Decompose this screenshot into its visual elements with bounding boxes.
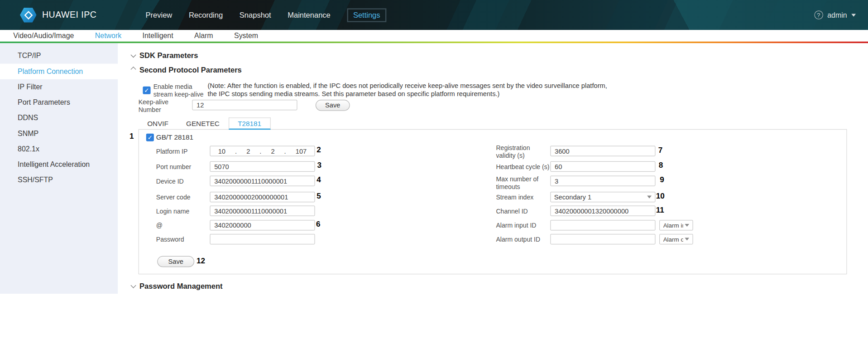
alarm-input-select[interactable]: Alarm inp [659, 220, 693, 230]
nav-item-snapshot[interactable]: Snapshot [240, 11, 271, 19]
registration-validity-label: Registration validity (s) [496, 145, 540, 160]
at-label: @ [156, 222, 163, 230]
password-input[interactable] [210, 234, 315, 244]
sidebar-item-platform-connection[interactable]: Platform Connection [0, 64, 118, 79]
tab-video-audio-image[interactable]: Video/Audio/Image [13, 32, 74, 40]
channel-id-input[interactable] [550, 206, 655, 216]
annotation-11: 11 [656, 206, 664, 215]
tab-alarm[interactable]: Alarm [194, 32, 213, 40]
port-number-input[interactable] [210, 161, 315, 172]
alarm-input-id-input[interactable] [550, 220, 655, 230]
annotation-7: 7 [658, 146, 663, 155]
tab-system[interactable]: System [234, 32, 258, 40]
ip-dot: . [259, 147, 261, 155]
chevron-down-icon [647, 196, 652, 199]
nav-item-settings[interactable]: Settings [347, 8, 386, 22]
registration-validity-input[interactable] [550, 146, 655, 156]
platform-ip-label: Platform IP [156, 148, 188, 155]
network-sidebar: TCP/IP Platform Connection IP Filter Por… [0, 43, 118, 294]
brand: HUAWEI IPC [20, 0, 96, 30]
section-title: Password Management [139, 282, 222, 290]
sidebar-item-ssh-sftp[interactable]: SSH/SFTP [0, 172, 118, 188]
alarm-input-id-label: Alarm input ID [496, 222, 536, 230]
nav-item-preview[interactable]: Preview [146, 11, 173, 19]
chevron-down-icon [685, 224, 689, 227]
stream-index-select[interactable]: Secondary 1 [550, 192, 655, 202]
platform-ip-input[interactable]: 10 . 2 . 2 . 107 [210, 146, 315, 156]
section-title: SDK Parameters [139, 51, 198, 59]
nav-item-maintenance[interactable]: Maintenance [288, 11, 331, 19]
settings-subnav: Video/Audio/Image Network Intelligent Al… [0, 30, 868, 42]
login-name-label: Login name [156, 208, 189, 215]
sidebar-item-port-parameters[interactable]: Port Parameters [0, 95, 118, 110]
tab-network[interactable]: Network [95, 32, 121, 40]
alarm-output-select[interactable]: Alarm ou [659, 234, 693, 244]
gbt28181-label: GB/T 28181 [156, 134, 193, 142]
help-icon[interactable]: ? [814, 10, 823, 19]
sidebar-item-ip-filter[interactable]: IP Filter [0, 79, 118, 95]
section-title: Second Protocol Parameters [139, 66, 242, 74]
main-content: SDK Parameters Second Protocol Parameter… [118, 43, 868, 294]
port-number-label: Port number [156, 164, 191, 171]
heartbeat-cycle-label: Heartbeat cycle (s) [496, 164, 549, 171]
chevron-down-icon[interactable] [851, 14, 856, 16]
section-password-management[interactable]: Password Management [131, 281, 223, 291]
nav-item-recording[interactable]: Recording [189, 11, 223, 19]
heartbeat-cycle-input[interactable] [550, 161, 655, 172]
at-input[interactable] [210, 220, 315, 230]
t28181-panel: ✓ GB/T 28181 Platform IP 10 . 2 . 2 . 10… [139, 129, 847, 274]
sidebar-item-snmp[interactable]: SNMP [0, 126, 118, 141]
annotation-8: 8 [659, 161, 663, 170]
server-code-label: Server code [156, 194, 191, 202]
tab-t28181[interactable]: T28181 [228, 117, 270, 130]
chevron-down-icon [685, 238, 689, 240]
keepalive-number-input[interactable] [192, 100, 297, 110]
stream-index-label: Stream index [496, 194, 533, 202]
ip-dot: . [235, 147, 237, 155]
annotation-10: 10 [656, 191, 665, 200]
sidebar-item-8021x[interactable]: 802.1x [0, 141, 118, 157]
ip-octet: 10 [218, 147, 225, 155]
huawei-ipc-logo-icon [20, 8, 37, 23]
brand-title: HUAWEI IPC [42, 10, 96, 20]
sidebar-item-ddns[interactable]: DDNS [0, 110, 118, 126]
ip-octet: 107 [296, 147, 307, 155]
t28181-save-button[interactable]: Save [157, 256, 194, 267]
user-menu[interactable]: admin [827, 11, 847, 19]
annotation-9: 9 [660, 175, 664, 184]
alarm-input-select-value: Alarm inp [663, 222, 683, 229]
password-label: Password [156, 236, 184, 244]
sidebar-item-tcpip[interactable]: TCP/IP [0, 48, 118, 63]
section-second-protocol-parameters[interactable]: Second Protocol Parameters [131, 65, 242, 75]
page: HUAWEI IPC Preview Recording Snapshot Ma… [0, 0, 868, 294]
alarm-output-select-value: Alarm ou [663, 236, 683, 243]
chevron-down-icon [130, 52, 136, 57]
alarm-output-id-label: Alarm output ID [496, 236, 540, 244]
channel-id-label: Channel ID [496, 208, 528, 215]
ip-octet: 2 [246, 147, 250, 155]
keepalive-save-button[interactable]: Save [316, 100, 350, 111]
ip-dot: . [284, 147, 286, 155]
device-id-label: Device ID [156, 178, 184, 185]
keepalive-number-label: Keep-alive Number [139, 99, 173, 114]
login-name-input[interactable] [210, 206, 315, 216]
keepalive-note-line2: the IPC stops sending media streams. Set… [207, 90, 499, 98]
section-sdk-parameters[interactable]: SDK Parameters [131, 50, 198, 60]
sidebar-item-intelligent-acceleration[interactable]: Intelligent Acceleration [0, 157, 118, 172]
annotation-5: 5 [317, 191, 321, 200]
annotation-3: 3 [317, 161, 322, 170]
annotation-6: 6 [316, 219, 321, 228]
chevron-up-icon [130, 66, 136, 72]
server-code-input[interactable] [210, 192, 315, 202]
max-timeouts-input[interactable] [550, 176, 655, 186]
top-header: HUAWEI IPC Preview Recording Snapshot Ma… [0, 0, 868, 30]
tab-intelligent[interactable]: Intelligent [143, 32, 173, 40]
device-id-input[interactable] [210, 176, 315, 186]
tab-onvif[interactable]: ONVIF [139, 117, 177, 130]
alarm-output-id-input[interactable] [550, 234, 655, 244]
chevron-down-icon [130, 282, 136, 288]
protocol-tabs: ONVIF GENETEC T28181 [139, 117, 271, 130]
enable-keepalive-checkbox[interactable]: ✓ [143, 87, 150, 94]
tab-genetec[interactable]: GENETEC [177, 117, 228, 130]
gbt28181-checkbox[interactable]: ✓ [146, 134, 154, 141]
